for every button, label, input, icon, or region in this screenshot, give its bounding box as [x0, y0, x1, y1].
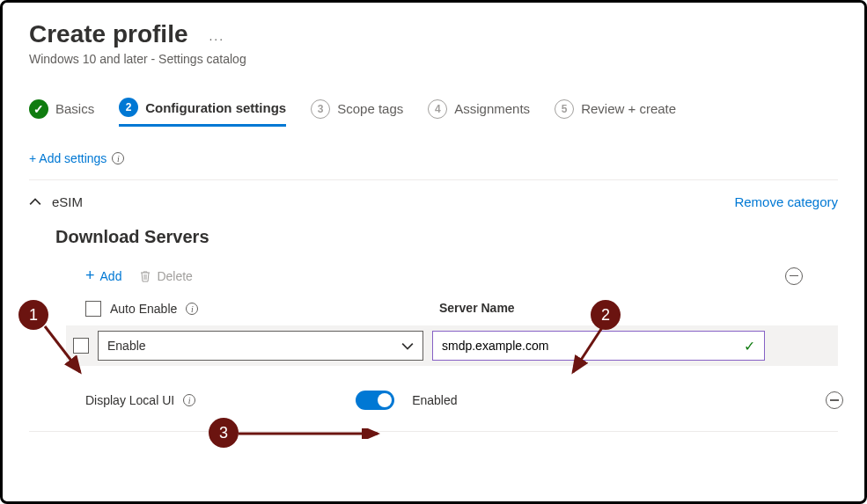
step-label: Assignments	[454, 101, 530, 116]
step-label: Basics	[55, 101, 94, 116]
chevron-up-icon[interactable]	[29, 196, 41, 208]
step-number-icon: 5	[555, 99, 574, 119]
annotation-1: 1	[18, 300, 48, 330]
collapse-icon[interactable]	[826, 391, 843, 409]
category-name: eSIM	[52, 194, 83, 209]
svg-line-1	[573, 326, 603, 372]
info-icon[interactable]: i	[112, 152, 124, 164]
divider	[29, 179, 838, 180]
step-number-icon: 3	[311, 99, 330, 119]
plus-icon: +	[85, 267, 95, 285]
select-all-checkbox[interactable]	[85, 301, 101, 317]
wizard-steps: ✓ Basics 2 Configuration settings 3 Scop…	[29, 98, 838, 127]
page-subtitle: Windows 10 and later - Settings catalog	[29, 52, 838, 66]
toggle-knob	[378, 393, 392, 407]
step-number-icon: 2	[119, 98, 138, 117]
auto-enable-dropdown[interactable]: Enable	[98, 331, 423, 361]
collapse-icon[interactable]	[785, 267, 803, 285]
info-icon[interactable]: i	[186, 303, 198, 315]
step-label: Review + create	[581, 101, 676, 116]
more-icon[interactable]: ···	[209, 32, 224, 46]
step-scope-tags[interactable]: 3 Scope tags	[311, 99, 403, 126]
divider	[29, 431, 838, 432]
page-title: Create profile	[29, 20, 188, 48]
step-label: Scope tags	[337, 101, 403, 116]
display-local-ui-toggle[interactable]	[356, 391, 394, 410]
annotation-2: 2	[591, 300, 621, 330]
toggle-state-label: Enabled	[412, 393, 457, 407]
display-local-ui-label: Display Local UI	[85, 393, 174, 407]
checkmark-icon: ✓	[744, 338, 755, 354]
remove-category-button[interactable]: Remove category	[734, 194, 838, 209]
delete-label: Delete	[157, 269, 192, 283]
info-icon[interactable]: i	[183, 394, 195, 406]
table-row: Enable ✓	[66, 325, 838, 366]
check-icon: ✓	[29, 99, 48, 119]
delete-button: Delete	[139, 269, 192, 283]
trash-icon	[139, 270, 151, 282]
step-label: Configuration settings	[145, 100, 286, 115]
svg-line-0	[45, 326, 80, 372]
step-review-create[interactable]: 5 Review + create	[555, 99, 676, 126]
dropdown-value: Enable	[107, 339, 146, 353]
step-basics[interactable]: ✓ Basics	[29, 99, 94, 126]
add-label: Add	[100, 269, 122, 283]
chevron-down-icon	[401, 340, 414, 352]
step-assignments[interactable]: 4 Assignments	[428, 99, 530, 126]
step-configuration-settings[interactable]: 2 Configuration settings	[119, 98, 286, 127]
annotation-3: 3	[209, 418, 239, 448]
add-settings-button[interactable]: + Add settings	[29, 151, 107, 165]
step-number-icon: 4	[428, 99, 447, 119]
section-title: Download Servers	[55, 227, 838, 247]
add-button[interactable]: + Add	[85, 267, 121, 285]
column-auto-enable: Auto Enable	[110, 302, 177, 316]
